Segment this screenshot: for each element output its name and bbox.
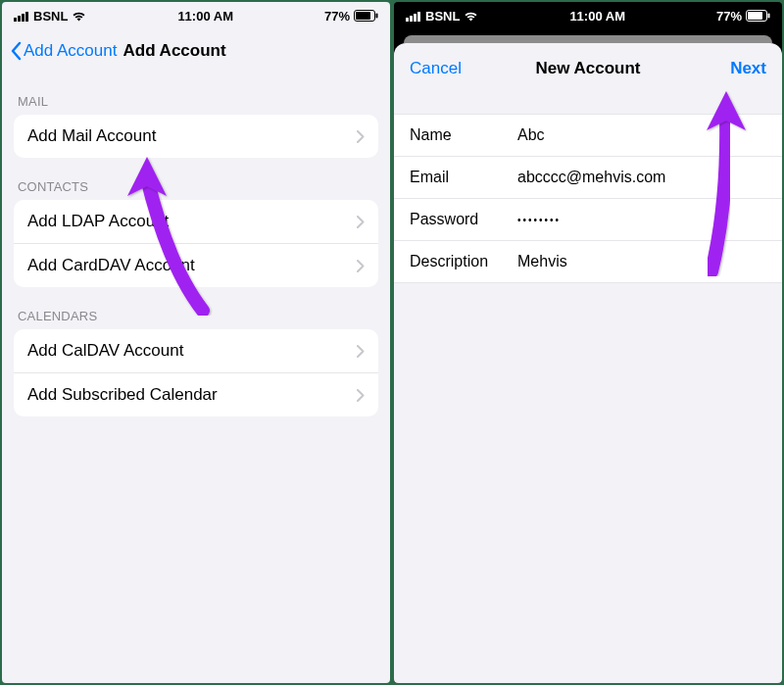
name-field[interactable]: Abc <box>517 126 766 144</box>
svg-rect-7 <box>406 18 409 22</box>
svg-rect-1 <box>18 16 21 22</box>
password-field[interactable]: •••••••• <box>517 215 766 225</box>
row-label: Add LDAP Account <box>27 212 169 231</box>
nav-bar: Add Account Add Account <box>2 29 390 73</box>
svg-rect-6 <box>376 14 378 19</box>
description-field[interactable]: Mehvis <box>517 253 766 270</box>
row-add-ldap-account[interactable]: Add LDAP Account <box>14 200 378 243</box>
battery-percent: 77% <box>324 9 350 24</box>
screenshot-right: BSNL 11:00 AM 77% Cancel New Account Nex… <box>394 2 782 683</box>
group-mail: Add Mail Account <box>14 115 378 158</box>
row-label: Add CardDAV Account <box>27 256 195 275</box>
status-bar: BSNL 11:00 AM 77% <box>394 2 782 29</box>
password-label: Password <box>410 211 517 228</box>
section-header-contacts: CONTACTS <box>2 158 390 200</box>
wifi-icon <box>72 11 86 22</box>
chevron-right-icon <box>357 130 365 143</box>
page-title: Add Account <box>122 41 225 61</box>
svg-rect-13 <box>768 14 770 19</box>
signal-icon <box>14 11 29 22</box>
battery-icon <box>354 10 378 22</box>
row-add-subscribed-calendar[interactable]: Add Subscribed Calendar <box>14 372 378 416</box>
next-button[interactable]: Next <box>730 59 766 78</box>
group-contacts: Add LDAP Account Add CardDAV Account <box>14 200 378 287</box>
chevron-right-icon <box>357 389 365 402</box>
section-header-mail: MAIL <box>2 73 390 115</box>
name-label: Name <box>410 126 517 144</box>
form-row-email[interactable]: Email abcccc@mehvis.com <box>394 156 782 198</box>
cancel-button[interactable]: Cancel <box>410 59 462 78</box>
svg-rect-5 <box>356 12 370 20</box>
battery-icon <box>746 10 770 22</box>
svg-rect-12 <box>748 12 762 20</box>
form-group: Name Abc Email abcccc@mehvis.com Passwor… <box>394 114 782 283</box>
svg-rect-9 <box>414 14 416 22</box>
carrier-label: BSNL <box>33 9 68 24</box>
chevron-left-icon <box>10 41 22 61</box>
form-row-password[interactable]: Password •••••••• <box>394 198 782 240</box>
description-label: Description <box>410 253 517 270</box>
row-label: Add Subscribed Calendar <box>27 385 218 405</box>
chevron-right-icon <box>357 345 365 358</box>
row-add-carddav-account[interactable]: Add CardDAV Account <box>14 243 378 287</box>
wifi-icon <box>464 11 478 22</box>
back-label: Add Account <box>24 41 117 61</box>
status-bar: BSNL 11:00 AM 77% <box>2 2 390 29</box>
svg-rect-3 <box>25 12 28 22</box>
group-calendars: Add CalDAV Account Add Subscribed Calend… <box>14 329 378 416</box>
time-label: 11:00 AM <box>177 9 233 24</box>
chevron-right-icon <box>357 216 365 228</box>
signal-icon <box>406 11 421 22</box>
svg-rect-8 <box>410 16 413 22</box>
form-row-description[interactable]: Description Mehvis <box>394 240 782 282</box>
row-add-caldav-account[interactable]: Add CalDAV Account <box>14 329 378 372</box>
svg-rect-2 <box>22 14 24 22</box>
carrier-label: BSNL <box>425 9 460 24</box>
svg-rect-10 <box>417 12 420 22</box>
screenshot-left: BSNL 11:00 AM 77% Add Account Add Accoun… <box>2 2 390 683</box>
modal-sheet: Cancel New Account Next Name Abc Email a… <box>394 43 782 683</box>
section-header-calendars: CALENDARS <box>2 287 390 329</box>
chevron-right-icon <box>357 260 365 272</box>
back-button[interactable]: Add Account <box>10 41 117 61</box>
row-label: Add CalDAV Account <box>27 341 183 361</box>
sheet-background-peek <box>404 35 772 43</box>
email-field[interactable]: abcccc@mehvis.com <box>517 169 766 186</box>
svg-rect-0 <box>14 18 17 22</box>
sheet-nav: Cancel New Account Next <box>394 43 782 94</box>
form-row-name[interactable]: Name Abc <box>394 115 782 156</box>
battery-percent: 77% <box>716 9 742 24</box>
row-label: Add Mail Account <box>27 126 156 146</box>
row-add-mail-account[interactable]: Add Mail Account <box>14 115 378 158</box>
time-label: 11:00 AM <box>569 9 625 24</box>
email-label: Email <box>410 169 517 186</box>
